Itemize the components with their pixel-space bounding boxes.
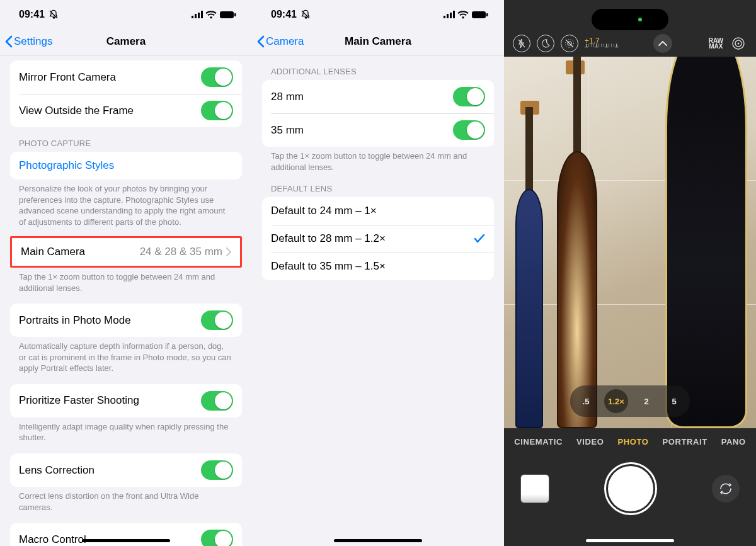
back-label: Camera bbox=[266, 35, 304, 48]
back-button[interactable]: Settings bbox=[5, 35, 52, 48]
toggle-faster-shooting[interactable] bbox=[201, 391, 233, 411]
toggle-mirror[interactable] bbox=[201, 67, 233, 87]
mode-pano[interactable]: PANO bbox=[721, 437, 746, 446]
svg-rect-6 bbox=[444, 16, 445, 18]
row-prioritize-faster-shooting[interactable]: Prioritize Faster Shooting bbox=[10, 384, 242, 418]
viewfinder[interactable]: .5 1.2× 2 5 bbox=[504, 57, 756, 428]
home-indicator[interactable] bbox=[586, 539, 674, 542]
row-28mm[interactable]: 28 mm bbox=[262, 80, 494, 113]
row-35mm[interactable]: 35 mm bbox=[262, 113, 494, 147]
row-macro-control[interactable]: Macro Control bbox=[10, 523, 242, 546]
chevron-up-icon bbox=[658, 41, 667, 46]
live-photo-off-icon bbox=[564, 38, 575, 48]
nav-bar: Settings Camera bbox=[0, 28, 252, 55]
settings-camera-screen: 09:41 Settings Camera Mirror Front Camer… bbox=[0, 0, 252, 546]
row-default-28mm[interactable]: Default to 28 mm – 1.2× bbox=[262, 225, 494, 253]
toggle-35mm[interactable] bbox=[453, 120, 485, 140]
wifi-icon bbox=[205, 11, 217, 19]
mode-video[interactable]: VIDEO bbox=[576, 437, 604, 446]
flip-camera-button[interactable] bbox=[712, 475, 740, 503]
battery-icon bbox=[219, 11, 237, 19]
row-main-camera[interactable]: Main Camera 24 & 28 & 35 mm bbox=[12, 238, 240, 266]
notifications-silenced-icon bbox=[49, 9, 59, 20]
row-mirror-front-camera[interactable]: Mirror Front Camera bbox=[10, 60, 242, 94]
section-header-default-lens: DEFAULT LENS bbox=[252, 173, 504, 197]
row-label: Lens Correction bbox=[19, 464, 94, 477]
row-label: Default to 35 mm – 1.5× bbox=[271, 260, 386, 273]
ev-value: +1.7 bbox=[585, 37, 617, 45]
guitar-neck bbox=[573, 57, 581, 157]
last-photo-thumbnail[interactable] bbox=[520, 474, 549, 503]
footer-additional-lenses: Tap the 1× zoom button to toggle between… bbox=[252, 147, 504, 173]
exposure-value[interactable]: +1.7 ┸╵╵╵┸╵╵╵┸╵╵╵┸ bbox=[585, 37, 617, 50]
live-photo-button[interactable] bbox=[561, 35, 578, 52]
row-lens-correction[interactable]: Lens Correction bbox=[10, 453, 242, 487]
nav-bar: Camera Main Camera bbox=[252, 28, 504, 55]
svg-rect-0 bbox=[192, 16, 193, 18]
footer-faster-shooting: Intelligently adapt image quality when r… bbox=[0, 418, 252, 443]
status-time: 09:41 bbox=[271, 9, 297, 20]
photographic-styles-button[interactable] bbox=[730, 35, 747, 52]
row-label: Photographic Styles bbox=[19, 159, 114, 172]
status-time: 09:41 bbox=[19, 9, 45, 20]
toggle-outside-frame[interactable] bbox=[201, 101, 233, 120]
ev-scale-icon: ┸╵╵╵┸╵╵╵┸╵╵╵┸ bbox=[585, 45, 617, 50]
raw-label-bottom: MAX bbox=[709, 43, 723, 50]
zoom-picker: .5 1.2× 2 5 bbox=[570, 385, 690, 417]
footer-portraits: Automatically capture depth information … bbox=[0, 337, 252, 374]
zoom-2x[interactable]: 2 bbox=[637, 392, 656, 411]
wifi-icon bbox=[457, 11, 469, 19]
row-view-outside-frame[interactable]: View Outside the Frame bbox=[10, 94, 242, 127]
checkmark-icon bbox=[474, 234, 485, 244]
guitar-blue bbox=[515, 189, 543, 428]
status-bar: 09:41 bbox=[0, 0, 252, 28]
row-label: Default to 28 mm – 1.2× bbox=[271, 232, 386, 245]
status-bar: 09:41 bbox=[252, 0, 504, 28]
main-camera-screen: 09:41 Camera Main Camera ADDITIONAL LENS… bbox=[252, 0, 504, 546]
mode-selector[interactable]: CINEMATIC VIDEO PHOTO PORTRAIT PANO bbox=[504, 428, 756, 446]
section-header-photo-capture: PHOTO CAPTURE bbox=[0, 127, 252, 152]
svg-rect-3 bbox=[201, 11, 203, 18]
home-indicator[interactable] bbox=[334, 539, 422, 542]
row-label: 35 mm bbox=[271, 124, 304, 137]
svg-rect-11 bbox=[486, 13, 488, 16]
row-label: Macro Control bbox=[19, 533, 86, 546]
shutter-button[interactable] bbox=[608, 466, 653, 511]
toggle-macro-control[interactable] bbox=[201, 530, 233, 546]
row-default-24mm[interactable]: Default to 24 mm – 1× bbox=[262, 197, 494, 225]
camera-controls-toggle[interactable] bbox=[653, 34, 672, 53]
styles-icon bbox=[731, 37, 745, 50]
mode-cinematic[interactable]: CINEMATIC bbox=[514, 437, 563, 446]
toggle-portraits[interactable] bbox=[201, 310, 233, 330]
zoom-0-5x[interactable]: .5 bbox=[576, 392, 595, 411]
row-label: Main Camera bbox=[21, 246, 85, 258]
toggle-28mm[interactable] bbox=[453, 87, 485, 106]
back-button[interactable]: Camera bbox=[257, 35, 304, 48]
toggle-lens-correction[interactable] bbox=[201, 460, 233, 480]
row-photographic-styles[interactable]: Photographic Styles bbox=[10, 152, 242, 179]
home-indicator[interactable] bbox=[82, 539, 170, 542]
guitar-neck bbox=[525, 107, 533, 195]
chevron-left-icon bbox=[5, 35, 13, 48]
svg-rect-4 bbox=[220, 11, 234, 18]
guitar-black-acoustic bbox=[665, 57, 747, 428]
chevron-right-icon bbox=[226, 247, 231, 256]
row-portraits-photo-mode[interactable]: Portraits in Photo Mode bbox=[10, 304, 242, 337]
flash-button[interactable] bbox=[513, 35, 530, 52]
mode-photo[interactable]: PHOTO bbox=[617, 437, 648, 446]
raw-button[interactable]: RAW MAX bbox=[709, 38, 723, 50]
row-default-35mm[interactable]: Default to 35 mm – 1.5× bbox=[262, 253, 494, 280]
flash-off-icon bbox=[518, 39, 525, 48]
notifications-silenced-icon bbox=[301, 9, 311, 20]
night-mode-icon bbox=[541, 39, 550, 48]
battery-icon bbox=[471, 11, 489, 19]
dynamic-island bbox=[592, 9, 668, 30]
back-label: Settings bbox=[14, 35, 52, 48]
zoom-1-2x[interactable]: 1.2× bbox=[604, 389, 628, 413]
row-label: View Outside the Frame bbox=[19, 105, 134, 117]
mode-portrait[interactable]: PORTRAIT bbox=[662, 437, 707, 446]
footer-photographic-styles: Personalize the look of your photos by b… bbox=[0, 179, 252, 227]
night-mode-button[interactable] bbox=[537, 35, 554, 52]
svg-rect-9 bbox=[453, 11, 455, 18]
zoom-5x[interactable]: 5 bbox=[665, 392, 684, 411]
